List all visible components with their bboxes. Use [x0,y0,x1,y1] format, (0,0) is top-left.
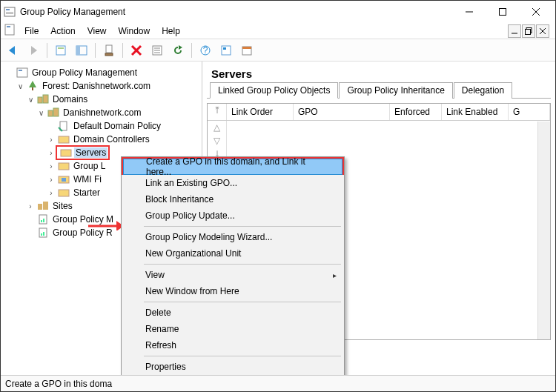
forward-button[interactable] [24,41,42,59]
svg-rect-18 [58,47,64,49]
ctx-block-inheritance[interactable]: Block Inheritance [123,191,342,207]
col-g[interactable]: G [509,104,550,120]
menu-file[interactable]: File [19,24,44,38]
col-link-order[interactable]: Link Order [227,104,294,120]
svg-marker-38 [29,81,36,87]
minimize-button[interactable] [452,1,486,22]
ctx-properties[interactable]: Properties [123,359,342,375]
move-up-button[interactable]: △ [214,121,220,134]
svg-marker-16 [31,46,37,55]
domains-icon [37,93,49,105]
svg-rect-39 [32,87,33,90]
svg-rect-52 [43,202,48,210]
svg-rect-1 [6,9,10,10]
domain-icon [47,107,59,119]
ctx-gp-modeling-wizard[interactable]: Group Policy Modeling Wizard... [123,229,342,245]
svg-rect-37 [19,70,22,71]
ctx-refresh[interactable]: Refresh [123,337,342,353]
svg-rect-2 [6,12,13,13]
ctx-new-ou[interactable]: New Organizational Unit [123,245,342,262]
svg-rect-51 [38,204,42,210]
col-gpo[interactable]: GPO [294,104,390,120]
svg-rect-22 [105,53,113,56]
annotation-arrow [87,210,124,230]
folder-icon [58,187,70,199]
tab-gp-inheritance[interactable]: Group Policy Inheritance [339,82,452,99]
tab-delegation[interactable]: Delegation [454,82,512,99]
col-enforced[interactable]: Enforced [390,104,442,120]
tree-domain-controllers[interactable]: ›Domain Controllers [5,133,197,146]
tree-forest[interactable]: ∨Forest: Danishnetwork.com [5,79,197,93]
ctx-create-gpo-and-link[interactable]: Create a GPO in this domain, and Link it… [123,159,342,175]
toolbar: ? [1,39,555,62]
svg-rect-45 [59,136,69,143]
menu-help[interactable]: Help [156,24,186,38]
app-icon [4,6,16,18]
tree-root[interactable]: Group Policy Management [5,66,197,79]
svg-rect-21 [106,45,112,53]
ctx-link-existing-gpo[interactable]: Link an Existing GPO... [123,175,342,191]
ctx-delete[interactable]: Delete [123,305,342,321]
svg-rect-54 [41,220,42,222]
help-button[interactable]: ? [196,41,214,59]
ctx-gp-update[interactable]: Group Policy Update... [123,207,342,224]
detail-heading: Servers [207,66,551,82]
svg-rect-46 [61,150,71,156]
new-button[interactable] [52,41,70,59]
maximize-button[interactable] [486,1,519,22]
svg-rect-12 [526,29,531,34]
mdi-minimize-button[interactable] [508,24,521,38]
wmi-icon [58,173,70,185]
svg-rect-42 [48,110,53,116]
col-link-enabled[interactable]: Link Enabled [442,104,509,120]
gpo-link-icon [58,120,70,132]
back-button[interactable] [4,41,21,59]
move-down-button[interactable]: ▽ [214,134,220,147]
svg-marker-15 [9,46,15,55]
properties-button[interactable] [148,41,166,59]
svg-rect-32 [222,46,231,55]
refresh-button[interactable] [169,41,187,59]
context-menu: Create a GPO in this domain, and Link it… [121,156,345,392]
svg-rect-57 [41,233,42,236]
title-bar: Group Policy Management [1,1,555,23]
svg-rect-55 [43,219,44,222]
ou-icon [58,160,70,172]
ctx-rename[interactable]: Rename [123,321,342,337]
mdi-restore-button[interactable] [522,24,535,38]
svg-rect-20 [76,46,80,55]
vertical-scrollbar[interactable] [537,122,550,339]
ou-icon [60,147,72,159]
ctx-new-window[interactable]: New Window from Here [123,283,342,299]
move-top-button[interactable]: ⤒ [214,104,221,117]
detail-tabs: Linked Group Policy Objects Group Policy… [207,82,551,99]
tree-default-domain-policy[interactable]: Default Domain Policy [5,119,197,133]
mdi-close-button[interactable] [536,24,549,38]
tree-domains[interactable]: ∨Domains [5,93,197,106]
forest-icon [27,80,39,92]
ctx-view[interactable]: View [123,267,342,283]
mmc-icon [16,67,28,79]
menu-window[interactable]: Window [113,24,156,38]
tab-linked-gpos[interactable]: Linked Group Policy Objects [210,82,338,99]
copy-button[interactable] [100,41,118,59]
options-button[interactable] [217,41,235,59]
menu-action[interactable]: Action [44,24,81,38]
report-icon [37,213,49,225]
svg-rect-33 [223,47,226,50]
svg-rect-41 [43,95,48,103]
svg-rect-58 [43,232,44,236]
menu-view[interactable]: View [82,24,113,38]
svg-rect-3 [6,13,13,14]
delete-button[interactable] [128,41,145,59]
menu-bar: File Action View Window Help [1,23,555,39]
svg-rect-35 [242,47,251,49]
close-button[interactable] [519,1,552,22]
calendar-button[interactable] [238,41,256,59]
svg-rect-40 [38,97,42,103]
svg-marker-29 [179,45,182,50]
svg-rect-43 [53,108,59,116]
tree-domain[interactable]: ∨Danishnetwork.com [5,106,197,119]
show-hide-tree-button[interactable] [73,41,90,59]
doc-icon [4,24,16,38]
